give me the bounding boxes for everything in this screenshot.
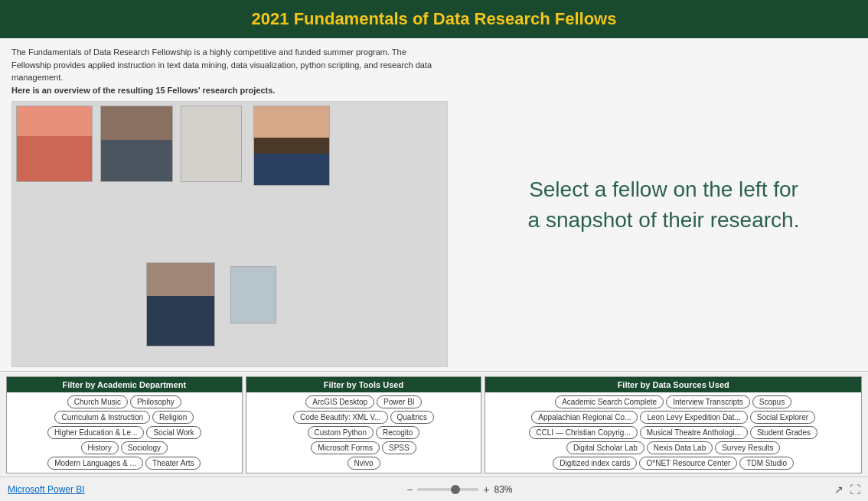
filter-theater-arts[interactable]: Theater Arts xyxy=(145,457,201,470)
page-header: 2021 Fundamentals of Data Research Fello… xyxy=(0,0,868,38)
ds-row-3: CCLI — Christian Copyrig... Musical Thea… xyxy=(488,426,858,439)
data-sources-filter-body: Academic Search Complete Interview Trans… xyxy=(485,392,861,473)
fullscreen-icon[interactable]: ⛶ xyxy=(850,483,860,496)
zoom-slider-thumb xyxy=(451,485,460,494)
fellows-photo-grid xyxy=(11,101,448,367)
ds-row-4: Digital Scholar Lab Nexis Data Lab Surve… xyxy=(488,441,858,454)
intro-text: The Fundamentals of Data Research Fellow… xyxy=(11,46,448,96)
dept-row-4: History Sociology xyxy=(10,441,239,454)
filter-higher-ed[interactable]: Higher Education & Le... xyxy=(47,426,144,439)
share-icon[interactable]: ↗ xyxy=(834,483,844,496)
dept-row-2: Curriculum & Instruction Religion xyxy=(10,411,239,424)
filter-ms-forms[interactable]: Microsoft Forms xyxy=(311,441,380,454)
zoom-slider[interactable] xyxy=(417,488,478,491)
fellow-photo-6[interactable] xyxy=(230,266,276,324)
tools-filter-header: Filter by Tools Used xyxy=(246,377,481,392)
fellow-photo-1[interactable] xyxy=(16,106,93,182)
filter-social-work[interactable]: Social Work xyxy=(146,426,201,439)
filter-student-grades[interactable]: Student Grades xyxy=(750,426,817,439)
filter-spss[interactable]: SPSS xyxy=(382,441,416,454)
filter-religion[interactable]: Religion xyxy=(152,411,194,424)
filter-curriculum[interactable]: Curriculum & Instruction xyxy=(54,411,150,424)
dept-row-5: Modern Languages & ... Theater Arts xyxy=(10,457,239,470)
ds-row-1: Academic Search Complete Interview Trans… xyxy=(488,395,858,408)
filter-powerbi[interactable]: Power BI xyxy=(377,395,422,408)
fellow-photo-4[interactable] xyxy=(253,106,330,186)
dept-row-1: Church Music Philosophy xyxy=(10,395,239,408)
bottom-icons: ↗ ⛶ xyxy=(834,483,860,496)
data-sources-filter-panel: Filter by Data Sources Used Academic Sea… xyxy=(485,376,862,473)
filter-onet[interactable]: O*NET Resource Center xyxy=(639,457,737,470)
filter-custom-python[interactable]: Custom Python xyxy=(308,426,374,439)
filter-nexis[interactable]: Nexis Data Lab xyxy=(647,441,713,454)
main-content: The Fundamentals of Data Research Fellow… xyxy=(0,38,868,371)
filter-leon-levy[interactable]: Leon Levy Expedition Dat... xyxy=(640,411,747,424)
filter-recogito[interactable]: Recogito xyxy=(376,426,419,439)
filter-scopus[interactable]: Scopus xyxy=(752,395,791,408)
tools-row-4: Microsoft Forms SPSS xyxy=(250,441,478,454)
bottom-bar: Microsoft Power BI − + 83% ↗ ⛶ xyxy=(0,477,868,501)
department-filter-header: Filter by Academic Department xyxy=(7,377,242,392)
filter-philosophy[interactable]: Philosophy xyxy=(130,395,181,408)
tools-row-3: Custom Python Recogito xyxy=(250,426,478,439)
filter-arcgis[interactable]: ArcGIS Desktop xyxy=(305,395,374,408)
filter-section: Filter by Academic Department Church Mus… xyxy=(0,371,868,477)
zoom-plus-button[interactable]: + xyxy=(483,483,489,496)
filter-church-music[interactable]: Church Music xyxy=(67,395,128,408)
filter-survey-results[interactable]: Survey Results xyxy=(715,441,780,454)
tools-row-1: ArcGIS Desktop Power BI xyxy=(250,395,478,408)
left-panel: The Fundamentals of Data Research Fellow… xyxy=(0,38,459,371)
powerbi-link[interactable]: Microsoft Power BI xyxy=(8,484,85,495)
filter-sociology[interactable]: Sociology xyxy=(121,441,168,454)
tools-filter-body: ArcGIS Desktop Power BI Code Beautify: X… xyxy=(246,392,481,473)
fellow-photo-5[interactable] xyxy=(146,262,215,346)
tools-filter-panel: Filter by Tools Used ArcGIS Desktop Powe… xyxy=(246,376,482,473)
filter-qualtrics[interactable]: Qualtrics xyxy=(390,411,434,424)
filter-social-explorer[interactable]: Social Explorer xyxy=(750,411,815,424)
select-prompt: Select a fellow on the left for a snapsh… xyxy=(528,174,800,234)
department-filter-body: Church Music Philosophy Curriculum & Ins… xyxy=(7,392,242,473)
filter-row: Filter by Academic Department Church Mus… xyxy=(6,376,862,473)
ds-row-2: Appalachian Regional Co... Leon Levy Exp… xyxy=(488,411,858,424)
fellow-photo-2[interactable] xyxy=(100,106,173,182)
data-sources-filter-header: Filter by Data Sources Used xyxy=(485,377,861,392)
fellow-photo-3[interactable] xyxy=(181,106,242,182)
filter-musical-theatre[interactable]: Musical Theatre Anthologi... xyxy=(640,426,748,439)
filter-tdm-studio[interactable]: TDM Studio xyxy=(739,457,794,470)
filter-modern-languages[interactable]: Modern Languages & ... xyxy=(47,457,143,470)
department-filter-panel: Filter by Academic Department Church Mus… xyxy=(6,376,243,473)
filter-digital-scholar[interactable]: Digital Scholar Lab xyxy=(566,441,644,454)
filter-interview-transcripts[interactable]: Interview Transcripts xyxy=(666,395,750,408)
right-panel: Select a fellow on the left for a snapsh… xyxy=(459,38,868,371)
page-title: 2021 Fundamentals of Data Research Fello… xyxy=(252,9,617,28)
tools-row-2: Code Beautify: XML V... Qualtrics xyxy=(250,411,478,424)
filter-nvivo[interactable]: Nvivo xyxy=(348,457,380,470)
ds-row-5: Digitized index cards O*NET Resource Cen… xyxy=(488,457,858,470)
zoom-controls: − + 83% xyxy=(406,483,512,496)
filter-digitized-index[interactable]: Digitized index cards xyxy=(553,457,637,470)
tools-row-5: Nvivo xyxy=(250,457,478,470)
filter-ccli[interactable]: CCLI — Christian Copyrig... xyxy=(529,426,637,439)
filter-academic-search[interactable]: Academic Search Complete xyxy=(555,395,664,408)
zoom-value: 83% xyxy=(494,484,513,495)
filter-appalachian[interactable]: Appalachian Regional Co... xyxy=(531,411,638,424)
filter-history[interactable]: History xyxy=(81,441,119,454)
dept-row-3: Higher Education & Le... Social Work xyxy=(10,426,239,439)
filter-code-beautify[interactable]: Code Beautify: XML V... xyxy=(293,411,387,424)
zoom-minus-button[interactable]: − xyxy=(406,483,413,496)
